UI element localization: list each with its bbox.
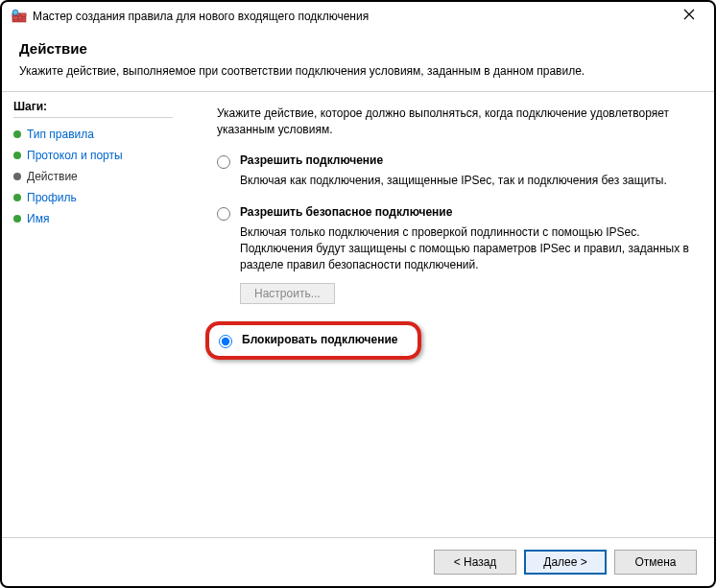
step-protocol-ports[interactable]: Протокол и порты [13,145,173,166]
option-allow-label: Разрешить подключение [240,153,383,169]
footer: < Назад Далее > Отмена [2,537,714,586]
configure-button: Настроить... [240,283,335,304]
bullet-icon [13,215,21,223]
step-label: Протокол и порты [27,149,123,162]
radio-block[interactable] [219,335,232,348]
option-allow-desc: Включая как подключения, защищенные IPSe… [240,173,693,189]
option-block: Блокировать подключение [217,321,693,360]
intro-text: Укажите действие, которое должно выполня… [217,106,693,138]
steps-panel: Шаги: Тип правила Протокол и порты Дейст… [2,92,184,537]
option-block-row[interactable]: Блокировать подключение [219,333,398,348]
close-button[interactable] [670,2,708,27]
step-profile[interactable]: Профиль [13,187,173,208]
steps-title: Шаги: [13,100,173,118]
body: Шаги: Тип правила Протокол и порты Дейст… [2,92,714,537]
back-button[interactable]: < Назад [434,550,516,575]
content-panel: Укажите действие, которое должно выполня… [184,92,714,537]
page-title: Действие [19,40,697,57]
cancel-button[interactable]: Отмена [614,550,697,575]
option-allow-secure: Разрешить безопасное подключение Включая… [217,205,693,303]
svg-rect-3 [20,13,26,16]
page-subtitle: Укажите действие, выполняемое при соотве… [19,64,697,78]
radio-allow[interactable] [217,155,230,169]
option-allow-row[interactable]: Разрешить подключение [217,153,693,169]
option-allow-secure-desc: Включая только подключения с проверкой п… [240,224,693,272]
step-action: Действие [13,166,173,187]
option-allow: Разрешить подключение Включая как подклю… [217,153,693,189]
bullet-icon [13,152,21,159]
option-allow-secure-label: Разрешить безопасное подключение [240,205,452,221]
svg-rect-5 [18,16,22,19]
svg-rect-4 [12,16,18,19]
next-button[interactable]: Далее > [524,550,607,575]
radio-allow-secure[interactable] [217,207,230,221]
step-rule-type[interactable]: Тип правила [13,124,173,145]
wizard-window: Мастер создания правила для нового входя… [0,0,716,588]
bullet-icon [13,194,21,201]
bullet-icon [13,130,21,138]
option-allow-secure-row[interactable]: Разрешить безопасное подключение [217,205,693,221]
header: Действие Укажите действие, выполняемое п… [2,31,714,91]
step-label: Тип правила [27,128,94,141]
firewall-icon [12,9,27,24]
window-title: Мастер создания правила для нового входя… [33,10,670,23]
titlebar: Мастер создания правила для нового входя… [2,2,714,31]
option-block-label: Блокировать подключение [242,333,398,348]
highlight-box: Блокировать подключение [205,321,421,360]
step-label: Действие [27,170,78,183]
step-label: Имя [27,212,49,225]
step-label: Профиль [27,191,77,204]
step-name[interactable]: Имя [13,208,173,229]
bullet-icon [13,173,21,180]
